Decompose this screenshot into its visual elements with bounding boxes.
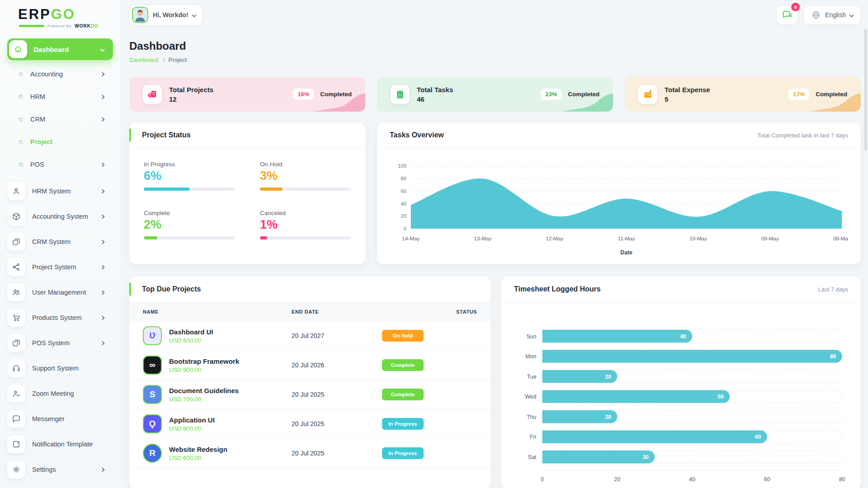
completed-label: Completed — [568, 91, 599, 98]
svg-text:80: 80 — [830, 353, 836, 360]
chat-notification-icon — [782, 9, 793, 20]
svg-text:80: 80 — [401, 176, 406, 181]
project-price: USD 600,00 — [169, 455, 227, 461]
svg-text:09-May: 09-May — [761, 235, 779, 241]
gear-icon — [7, 460, 25, 479]
status-canceled: Canceled 1% — [260, 210, 351, 239]
table-row[interactable]: ∞ Bootstrap FrameworkUSD 900,00 20 Jul 2… — [129, 351, 491, 380]
chevron-right-icon — [100, 72, 105, 76]
project-name: Document Guidelines — [169, 387, 239, 394]
card-subtitle: Total Completed task in last 7 days — [757, 132, 848, 139]
sidebar-item-project-system[interactable]: Project System — [7, 254, 104, 280]
overlap-squares-icon — [7, 233, 25, 251]
progress-track — [260, 188, 351, 191]
sidebar-item-pos[interactable]: POS — [19, 153, 104, 176]
svg-text:Mon: Mon — [525, 353, 536, 360]
progress-fill — [144, 188, 189, 191]
project-name: Application UI — [169, 416, 215, 424]
chevron-right-icon — [100, 162, 105, 167]
project-name: Bootstrap Framework — [169, 357, 239, 365]
svg-text:80: 80 — [839, 476, 845, 483]
project-status-card: Project Status In Progress 6% On Hold 3% — [129, 122, 365, 264]
main-content: Hi, Workdo! 0 English Dashboard Dashboar… — [120, 0, 868, 488]
stat-value: 12 — [169, 95, 213, 103]
chevron-right-icon — [100, 265, 105, 269]
tasks-overview-area-chart[interactable]: 02040608010014-May13-May12-May11-May10-M… — [377, 155, 861, 266]
project-price: USD 600,00 — [169, 337, 213, 344]
chat-icon — [7, 410, 25, 428]
svg-text:0: 0 — [404, 226, 406, 231]
sidebar-item-hrm[interactable]: HRM — [19, 85, 104, 108]
sidebar-item-crm[interactable]: CRM — [19, 108, 104, 131]
table-row[interactable]: Ʋ Dashboard UIUSD 600,00 20 Jul 2027 On … — [129, 321, 491, 351]
card-title: Timesheet Logged Hours — [514, 285, 601, 293]
completed-label: Completed — [320, 91, 352, 98]
svg-text:Tue: Tue — [527, 374, 537, 380]
breadcrumb-dashboard-link[interactable]: Dashboard — [129, 56, 158, 63]
status-on-hold: On Hold 3% — [260, 161, 351, 191]
progress-track — [260, 236, 351, 239]
table-row[interactable]: Ϙ Application UIUSD 800,00 20 Jul 2025 I… — [129, 409, 491, 439]
chevron-right-icon — [100, 189, 105, 193]
svg-text:11-May: 11-May — [618, 235, 635, 241]
sidebar-item-support-system[interactable]: Support System — [7, 356, 104, 381]
globe-icon — [811, 10, 821, 20]
status-badge: In Progress — [382, 447, 424, 459]
sidebar-item-products-system[interactable]: Products System — [7, 305, 104, 330]
person-icon — [7, 182, 25, 200]
sidebar-item-project[interactable]: Project — [19, 131, 104, 153]
stat-title: Total Projects — [169, 86, 213, 94]
sidebar-item-label: Dashboard — [33, 46, 101, 53]
notifications-button[interactable]: 0 — [776, 5, 798, 24]
percent-badge: 23% — [541, 89, 561, 100]
svg-text:Fri: Fri — [530, 434, 536, 440]
language-label: English — [825, 11, 846, 19]
sidebar-item-pos-system[interactable]: POS System — [7, 330, 104, 356]
greeting-label: Hi, Workdo! — [153, 11, 188, 19]
svg-text:08-May: 08-May — [833, 235, 848, 241]
users-icon — [7, 283, 25, 301]
svg-text:30: 30 — [642, 454, 649, 460]
percent-badge: 17% — [788, 89, 809, 100]
chevron-right-icon — [100, 239, 105, 244]
chevron-right-icon — [100, 290, 105, 295]
sidebar-item-hrm-system[interactable]: HRM System — [7, 178, 104, 204]
table-row[interactable]: R Website RedesignUSD 600,00 20 Jul 2025… — [129, 439, 491, 468]
status-badge: On Hold — [382, 330, 424, 342]
chevron-right-icon — [100, 117, 105, 122]
sidebar-item-user-management[interactable]: User Management — [7, 280, 104, 305]
sidebar-item-accounting-system[interactable]: Accounting System — [7, 204, 104, 229]
window-scrollbar[interactable] — [864, 29, 867, 151]
sidebar-item-accounting[interactable]: Accounting — [19, 63, 104, 85]
card-title: Project Status — [142, 131, 191, 139]
svg-text:0: 0 — [541, 476, 544, 483]
sidebar-item-settings[interactable]: Settings — [7, 457, 104, 482]
sidebar-item-dashboard[interactable]: Dashboard — [7, 38, 113, 60]
sidebar-item-crm-system[interactable]: CRM System — [7, 229, 104, 254]
total-projects-card: Total Projects 12 16% Completed — [129, 77, 365, 112]
chevron-right-icon — [100, 94, 105, 99]
brand-logo[interactable]: ERPGO Powered By WORKDO — [0, 0, 120, 28]
chevron-right-icon — [100, 315, 105, 320]
language-selector[interactable]: English — [803, 5, 861, 24]
svg-text:50: 50 — [717, 394, 724, 400]
sidebar-item-notification-template[interactable]: Notification Template — [7, 432, 104, 457]
svg-text:60: 60 — [755, 434, 761, 440]
stat-title: Total Tasks — [417, 86, 453, 94]
svg-text:Wed: Wed — [525, 394, 536, 400]
svg-text:Thu: Thu — [527, 414, 536, 420]
svg-text:10-May: 10-May — [689, 235, 707, 241]
timesheet-bar-chart[interactable]: 40Sun80Mon20Tue50Wed20Thu60Fri30Sat02040… — [501, 316, 861, 488]
sidebar-item-zoom-meeting[interactable]: Zoom Meeting — [7, 381, 104, 406]
completed-label: Completed — [816, 91, 847, 98]
end-date: 20 Jul 2025 — [292, 420, 382, 427]
projects-icon — [143, 85, 162, 104]
table-row[interactable]: S Document GuidelinesUSD 700,00 20 Jul 2… — [129, 380, 491, 409]
svg-text:60: 60 — [764, 476, 770, 483]
profile-menu-button[interactable]: Hi, Workdo! — [129, 5, 203, 25]
sidebar-item-messenger[interactable]: Messenger — [7, 406, 104, 432]
progress-fill — [144, 236, 157, 239]
end-date: 20 Jul 2026 — [292, 361, 382, 369]
expense-icon — [638, 85, 657, 104]
top-due-projects-card: Top Due Projects NAME END DATE STATUS Ʋ … — [129, 277, 491, 488]
